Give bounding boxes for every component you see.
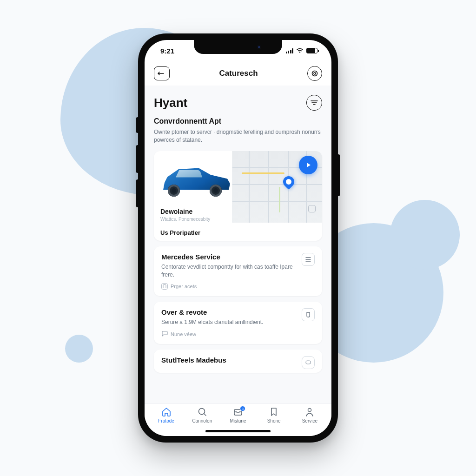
bg-blob [390,200,460,270]
tab-label: Shone [267,418,281,423]
inbox-icon: 3 [232,407,244,417]
card-action-button[interactable] [302,308,315,321]
service-title: Mercedes Service [161,253,302,261]
side-button [337,154,340,196]
signal-icon [286,48,294,53]
svg-rect-2 [163,285,166,288]
map-recenter-button[interactable] [308,205,316,212]
side-button [136,117,139,133]
badge: 3 [240,406,245,411]
chat-icon [161,331,168,337]
home-icon [161,407,172,417]
section-title: Convrdonnentt Apt [154,117,322,126]
tab-profile[interactable]: Service [295,407,324,423]
map-play-button[interactable] [299,156,317,174]
tab-home[interactable]: Fratode [152,407,181,423]
tab-search[interactable]: Cannolen [188,407,217,423]
car-image [160,166,230,194]
profile-icon [304,407,315,417]
status-time: 9:21 [160,47,174,55]
tab-saved[interactable]: Shone [259,407,288,423]
filter-button[interactable] [306,95,322,111]
bg-blob [65,335,93,363]
wifi-icon [296,48,304,53]
service-desc: Centorate vevdlict compontty for with ca… [161,263,302,279]
back-button[interactable] [154,66,170,80]
svg-point-6 [308,409,311,412]
svg-point-0 [312,71,317,76]
service-title: Over & revote [161,308,263,316]
card-menu-button[interactable] [302,253,315,266]
screen: 9:21 Caturesch Hyant [145,40,331,436]
service-meta: Nune véew [161,331,315,337]
phone-frame: 9:21 Caturesch Hyant [138,33,338,443]
section-desc: Ownte ptomer to servcr · driogmstic fere… [154,128,322,145]
tab-label: Service [302,418,317,423]
service-title: StutlTeels Madebus [161,356,226,364]
status-indicators [286,48,318,53]
vehicle-card[interactable]: Dewolaine Wtattcs. Ponemecesbity Us Pror… [154,151,322,241]
tab-label: Fratode [158,418,174,423]
vehicle-footer: Us Proripatler [160,229,316,236]
page-header: Hyant [154,95,322,111]
service-meta: Prger acets [161,283,315,290]
map-preview[interactable] [232,151,322,223]
content[interactable]: Hyant Convrdonnentt Apt Ownte ptomer to … [145,86,331,403]
card-action-button[interactable] [302,356,315,369]
service-meta-label: Prger acets [171,284,197,289]
doc-icon [161,283,168,290]
service-desc: Serure a 1.9M elcats clanutal amllindien… [161,318,263,326]
bookmark-icon [268,407,279,417]
tab-inbox[interactable]: 3 Misturie [224,407,252,423]
nav-title: Caturesch [219,69,258,78]
tab-label: Misturie [230,418,246,423]
svg-point-1 [314,73,316,74]
tab-label: Cannolen [192,418,212,423]
notch [194,40,282,54]
page-title: Hyant [154,96,187,110]
service-card[interactable]: Over & revote Serure a 1.9M elcats clanu… [154,302,322,344]
service-card[interactable]: StutlTeels Madebus [154,350,322,373]
nav-bar: Caturesch [145,61,331,86]
home-indicator[interactable] [205,430,271,432]
side-button [136,145,139,173]
battery-icon [306,48,317,53]
settings-button[interactable] [307,66,322,81]
svg-rect-3 [306,361,311,364]
side-button [136,179,139,207]
service-meta-label: Nune véew [171,331,196,337]
search-icon [197,407,208,417]
service-card[interactable]: Mercedes Service Centorate vevdlict comp… [154,246,322,297]
